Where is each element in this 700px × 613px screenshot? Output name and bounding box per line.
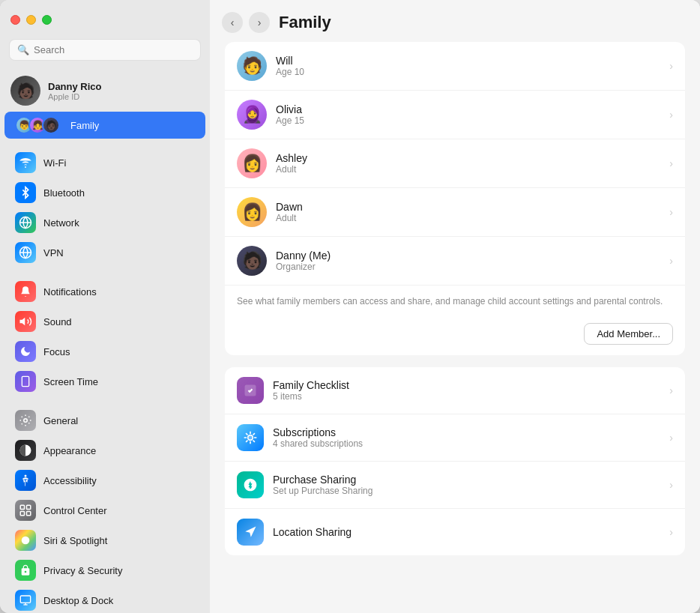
member-row[interactable]: 👩 Ashley Adult › [225, 139, 685, 188]
wifi-icon [15, 152, 36, 173]
sidebar-item-appearance[interactable]: Appearance [4, 435, 205, 465]
sidebar-item-vpn[interactable]: VPN [4, 238, 205, 268]
feature-row-subscriptions[interactable]: Subscriptions 4 shared subscriptions › [225, 414, 685, 462]
page-title: Family [279, 13, 331, 32]
sidebar-item-privacy[interactable]: Privacy & Security [4, 555, 205, 585]
member-avatar-olivia: 🧕 [237, 100, 267, 130]
forward-button[interactable]: › [249, 12, 270, 33]
member-role: Adult [276, 213, 660, 223]
sidebar-item-controlcenter[interactable]: Control Center [4, 495, 205, 525]
member-role: Organizer [276, 262, 660, 272]
sidebar-item-label: Focus [43, 346, 70, 357]
svg-point-10 [25, 475, 27, 477]
member-row[interactable]: 👩 Dawn Adult › [225, 188, 685, 237]
feature-name: Location Sharing [273, 526, 660, 538]
feature-sub: 5 items [273, 391, 660, 402]
svg-marker-5 [20, 318, 25, 326]
sidebar-item-notifications[interactable]: Notifications [4, 277, 205, 306]
chevron-icon: › [669, 255, 673, 267]
sidebar-item-family[interactable]: 👦 👧 🧑🏿 Family [4, 112, 205, 139]
feature-row-location[interactable]: Location Sharing › [225, 509, 685, 555]
sidebar-item-label: Sound [43, 316, 72, 327]
add-member-button[interactable]: Add Member... [584, 323, 673, 345]
feature-sub: 4 shared subscriptions [273, 438, 660, 449]
close-button[interactable] [10, 15, 20, 25]
vpn-icon [15, 242, 36, 263]
member-avatar-ashley: 👩 [237, 148, 267, 178]
feature-row-checklist[interactable]: Family Checklist 5 items › [225, 367, 685, 414]
svg-rect-11 [20, 505, 24, 509]
svg-point-20 [248, 435, 253, 441]
sidebar-item-bluetooth[interactable]: Bluetooth [4, 178, 205, 208]
sidebar-item-label: Desktop & Dock [43, 595, 113, 606]
search-bar: 🔍 [9, 39, 201, 61]
search-input[interactable] [34, 44, 193, 55]
chevron-icon: › [669, 60, 673, 72]
back-button[interactable]: ‹ [222, 12, 243, 33]
feature-sub: Set up Purchase Sharing [273, 486, 660, 496]
sidebar-item-label: Notifications [43, 286, 97, 298]
member-role: Age 10 [276, 67, 660, 77]
chevron-icon: › [669, 432, 673, 444]
member-name: Will [276, 55, 660, 67]
app-window: 🔍 🧑🏿 Danny Rico Apple ID 👦 👧 🧑🏿 Family [0, 0, 700, 613]
general-icon [15, 410, 36, 431]
maximize-button[interactable] [42, 15, 52, 25]
minimize-button[interactable] [26, 15, 36, 25]
sidebar-item-sound[interactable]: Sound [4, 306, 205, 336]
member-row[interactable]: 🧑 Will Age 10 › [225, 42, 685, 91]
member-avatar-danny: 🧑🏿 [237, 246, 267, 276]
sidebar-item-label: Bluetooth [43, 187, 85, 199]
sidebar-item-label: Control Center [43, 505, 107, 516]
sidebar-item-label: Accessibility [43, 475, 97, 486]
member-avatar-dawn: 👩 [237, 197, 267, 227]
svg-rect-6 [22, 376, 28, 386]
feature-name: Subscriptions [273, 426, 660, 438]
feature-name: Purchase Sharing [273, 474, 660, 486]
main-content: 🧑 Will Age 10 › 🧕 Olivia Age 15 › [210, 42, 700, 613]
controlcenter-icon [15, 500, 36, 521]
sidebar-item-label: General [43, 415, 78, 426]
sidebar-item-network[interactable]: Network [4, 208, 205, 238]
purchase-icon [237, 471, 264, 498]
chevron-icon: › [669, 157, 673, 169]
member-row[interactable]: 🧑🏿 Danny (Me) Organizer › [225, 237, 685, 286]
svg-point-0 [25, 166, 26, 168]
features-card: Family Checklist 5 items › Subscription [225, 367, 685, 555]
member-name: Dawn [276, 201, 660, 213]
member-role: Adult [276, 164, 660, 175]
appearance-icon [15, 440, 36, 461]
add-member-row: Add Member... [225, 317, 685, 355]
family-avatars-cluster: 👦 👧 🧑🏿 [15, 116, 60, 134]
main-panel: ‹ › Family 🧑 Will Age 10 › 🧕 [210, 0, 700, 613]
sidebar-item-label: Wi-Fi [43, 157, 66, 169]
sidebar: 🔍 🧑🏿 Danny Rico Apple ID 👦 👧 🧑🏿 Family [0, 0, 210, 613]
sidebar-item-screentime[interactable]: Screen Time [4, 366, 205, 396]
sidebar-item-wifi[interactable]: Wi-Fi [4, 148, 205, 178]
feature-name: Family Checklist [273, 379, 660, 391]
svg-rect-12 [27, 505, 31, 509]
family-description: See what family members can access and s… [225, 286, 685, 317]
member-row[interactable]: 🧕 Olivia Age 15 › [225, 91, 685, 139]
sidebar-item-general[interactable]: General [4, 405, 205, 435]
members-card: 🧑 Will Age 10 › 🧕 Olivia Age 15 › [225, 42, 685, 355]
sidebar-item-accessibility[interactable]: Accessibility [4, 465, 205, 495]
sidebar-item-focus[interactable]: Focus [4, 336, 205, 366]
checklist-icon [237, 377, 264, 404]
chevron-icon: › [669, 479, 673, 491]
notifications-icon [15, 281, 36, 302]
member-avatar-will: 🧑 [237, 51, 267, 81]
subscriptions-icon [237, 424, 264, 451]
sidebar-item-desktop[interactable]: Desktop & Dock [4, 585, 205, 613]
svg-point-8 [24, 419, 28, 423]
svg-marker-21 [245, 527, 256, 537]
screentime-icon [15, 371, 36, 392]
feature-row-purchase[interactable]: Purchase Sharing Set up Purchase Sharing… [225, 462, 685, 509]
svg-rect-14 [27, 512, 31, 516]
sidebar-item-siri[interactable]: Siri & Spotlight [4, 525, 205, 555]
svg-rect-16 [20, 596, 30, 603]
sidebar-item-label: Privacy & Security [43, 565, 122, 576]
profile-item[interactable]: 🧑🏿 Danny Rico Apple ID [0, 70, 210, 112]
search-icon: 🔍 [17, 44, 29, 55]
titlebar [0, 0, 210, 39]
